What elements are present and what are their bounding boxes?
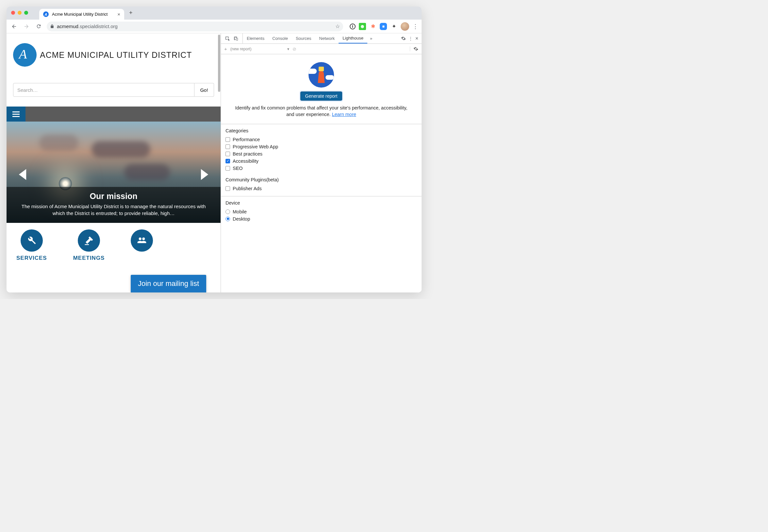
favicon-icon: A xyxy=(43,11,49,17)
devtools-tab-sources[interactable]: Sources xyxy=(292,33,315,43)
minimize-window-icon[interactable] xyxy=(18,11,22,15)
tab-close-icon[interactable]: × xyxy=(117,11,120,17)
lighthouse-settings-icon[interactable] xyxy=(410,46,418,51)
mailing-list-cta[interactable]: Join our mailing list xyxy=(131,275,206,292)
info-extension-icon[interactable]: i xyxy=(350,24,356,29)
category-checkbox-row[interactable]: Performance xyxy=(225,136,417,143)
devtools-tab-network[interactable]: Network xyxy=(315,33,339,43)
learn-more-link[interactable]: Learn more xyxy=(332,112,356,117)
page-scrollbar[interactable] xyxy=(218,35,220,92)
lighthouse-description-text: Identify and fix common problems that af… xyxy=(235,105,408,117)
categories-heading: Categories xyxy=(225,128,417,133)
devtools-tabs-overflow-icon[interactable]: » xyxy=(367,33,375,43)
lighthouse-logo-icon xyxy=(309,62,334,88)
search-go-button[interactable]: Go! xyxy=(194,83,214,97)
search-input[interactable]: Search… xyxy=(13,83,194,97)
device-toggle-icon[interactable] xyxy=(233,36,239,41)
new-tab-button[interactable]: + xyxy=(129,9,133,16)
plugin-label: Publisher Ads xyxy=(233,186,262,191)
lighthouse-description: Identify and fix common problems that af… xyxy=(231,105,412,118)
browser-tab[interactable]: A Acme Municipal Utility District × xyxy=(39,9,124,20)
gavel-icon xyxy=(78,229,100,252)
browser-menu-icon[interactable]: ⋮ xyxy=(412,23,418,30)
devtools-close-icon[interactable]: × xyxy=(415,36,418,42)
device-radio-row[interactable]: Mobile xyxy=(225,208,417,215)
chevron-down-icon: ▾ xyxy=(287,47,289,51)
hero-caption: Our mission The mission of Acme Municipa… xyxy=(7,187,221,223)
zoom-extension-icon[interactable]: ■ xyxy=(380,23,387,30)
categories-section: Categories PerformanceProgressive Web Ap… xyxy=(221,124,422,176)
bookmark-star-icon[interactable]: ☆ xyxy=(335,23,340,29)
quicklink-services[interactable]: SERVICES xyxy=(16,229,47,261)
plugin-checkbox-row[interactable]: Publisher Ads xyxy=(225,185,417,192)
quicklink-label: MEETINGS xyxy=(73,255,105,261)
hero-decoration xyxy=(39,135,78,151)
reload-button[interactable] xyxy=(35,22,43,30)
clear-icon[interactable]: ⊘ xyxy=(292,46,296,52)
hero-carousel: Our mission The mission of Acme Municipa… xyxy=(7,122,221,223)
checkbox-icon[interactable] xyxy=(225,144,230,149)
radio-icon[interactable] xyxy=(225,209,230,214)
category-label: SEO xyxy=(233,166,243,171)
quicklink-people[interactable] xyxy=(131,229,153,261)
url-host: acmemud xyxy=(57,24,78,29)
lighthouse-intro: Generate report Identify and fix common … xyxy=(221,54,422,124)
devtools-settings-icon[interactable] xyxy=(401,36,406,41)
checkbox-icon[interactable] xyxy=(225,186,230,191)
quicklink-label: SERVICES xyxy=(16,255,47,261)
site-navbar xyxy=(7,107,221,122)
category-label: Accessibility xyxy=(233,158,259,164)
report-selector[interactable]: (new report) ▾ xyxy=(230,47,290,51)
devtools-tab-elements[interactable]: Elements xyxy=(243,33,268,43)
green-extension-icon[interactable]: ☻ xyxy=(359,23,366,30)
close-window-icon[interactable] xyxy=(11,11,15,15)
quicklinks-row: SERVICES MEETINGS xyxy=(7,223,221,261)
generate-report-button[interactable]: Generate report xyxy=(300,91,342,101)
browser-toolbar: acmemud.specialdistrict.org ☆ i ☻ ✱ ■ ✦ … xyxy=(7,20,422,33)
category-label: Performance xyxy=(233,137,260,142)
lock-icon xyxy=(50,24,54,28)
category-checkbox-row[interactable]: Best practices xyxy=(225,150,417,158)
devtools-menu-icon[interactable]: ⋮ xyxy=(409,36,413,41)
content-area: ACME MUNICIPAL UTILITY DISTRICT Search… … xyxy=(7,33,422,292)
radio-icon[interactable] xyxy=(225,217,230,221)
device-section: Device MobileDesktop xyxy=(221,196,422,226)
hubspot-extension-icon[interactable]: ✱ xyxy=(369,23,376,30)
device-radio-row[interactable]: Desktop xyxy=(225,215,417,223)
fullscreen-window-icon[interactable] xyxy=(24,11,28,15)
hamburger-icon xyxy=(12,111,20,117)
checkbox-icon[interactable] xyxy=(225,152,230,156)
category-checkbox-row[interactable]: SEO xyxy=(225,165,417,172)
category-checkbox-row[interactable]: Accessibility xyxy=(225,158,417,165)
profile-avatar[interactable] xyxy=(401,22,409,31)
checkbox-icon[interactable] xyxy=(225,137,230,142)
devtools-tab-lighthouse[interactable]: Lighthouse xyxy=(339,33,367,43)
url-domain: .specialdistrict.org xyxy=(78,24,118,29)
forward-button[interactable] xyxy=(22,22,31,31)
category-checkbox-row[interactable]: Progressive Web App xyxy=(225,143,417,150)
plugins-heading: Community Plugins(beta) xyxy=(225,177,417,182)
carousel-prev-icon[interactable] xyxy=(18,169,27,180)
carousel-next-icon[interactable] xyxy=(200,169,209,180)
browser-window: A Acme Municipal Utility District × + ac… xyxy=(7,7,422,292)
report-selector-label: (new report) xyxy=(230,47,252,51)
devtools-panel: Elements Console Sources Network Lightho… xyxy=(221,33,422,292)
hero-decoration xyxy=(124,164,170,180)
category-label: Best practices xyxy=(233,151,262,157)
titlebar: A Acme Municipal Utility District × + xyxy=(7,7,422,20)
hamburger-menu-button[interactable] xyxy=(7,107,25,122)
checkbox-icon[interactable] xyxy=(225,159,230,163)
devtools-tab-console[interactable]: Console xyxy=(268,33,292,43)
extensions-puzzle-icon[interactable]: ✦ xyxy=(390,23,397,30)
site-title: ACME MUNICIPAL UTILITY DISTRICT xyxy=(40,50,192,60)
new-report-plus-icon[interactable]: + xyxy=(224,46,227,52)
back-button[interactable] xyxy=(10,22,18,31)
lighthouse-toolbar: + (new report) ▾ ⊘ xyxy=(221,44,422,54)
checkbox-icon[interactable] xyxy=(225,166,230,171)
quicklink-meetings[interactable]: MEETINGS xyxy=(73,229,105,261)
address-bar[interactable]: acmemud.specialdistrict.org ☆ xyxy=(47,22,343,31)
site-header: ACME MUNICIPAL UTILITY DISTRICT xyxy=(7,33,221,83)
people-icon xyxy=(131,229,153,252)
element-picker-icon[interactable] xyxy=(225,36,230,41)
device-label: Desktop xyxy=(233,216,250,222)
